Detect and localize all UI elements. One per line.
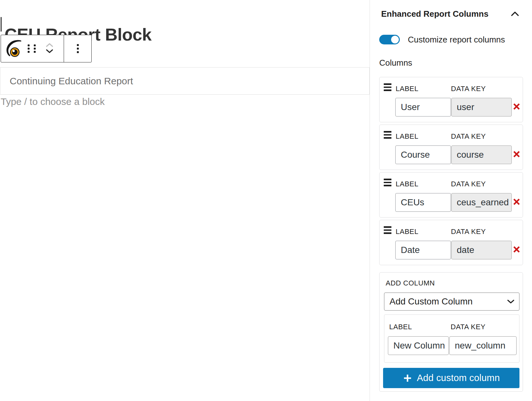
add-column-card: ADD COLUMN Add Custom Column LABEL DATA … xyxy=(379,272,523,392)
column-label-input[interactable] xyxy=(395,193,451,212)
close-icon xyxy=(512,245,521,255)
close-icon xyxy=(512,197,521,207)
chevron-down-icon xyxy=(507,299,515,304)
column-datakey-input xyxy=(451,98,512,117)
move-up-button[interactable] xyxy=(46,43,53,48)
remove-column-button[interactable] xyxy=(511,102,522,112)
block-appender[interactable]: Type / to choose a block xyxy=(1,96,105,107)
drag-handle[interactable] xyxy=(27,43,36,54)
remove-column-button[interactable] xyxy=(511,245,522,255)
block-editor: CEU Report Block xyxy=(0,0,532,401)
reorder-handle-icon[interactable] xyxy=(384,131,391,139)
block-toolbar-group xyxy=(1,35,64,62)
new-column-form: LABEL DATA KEY xyxy=(384,314,519,363)
add-column-heading: ADD COLUMN xyxy=(386,279,435,287)
new-column-label-input[interactable] xyxy=(388,336,449,355)
report-title-input[interactable] xyxy=(0,67,370,95)
label-column-header: LABEL xyxy=(389,323,412,331)
column-card: LABEL DATA KEY xyxy=(379,220,523,265)
block-toolbar-group xyxy=(64,35,91,62)
settings-sidebar: Enhanced Report Columns Customize report… xyxy=(370,0,532,401)
reorder-handle-icon[interactable] xyxy=(384,179,391,186)
customize-toggle[interactable] xyxy=(379,35,400,44)
remove-column-button[interactable] xyxy=(511,197,522,207)
drag-handle-icon xyxy=(28,44,36,53)
block-mover xyxy=(45,41,54,56)
column-label-input[interactable] xyxy=(395,98,451,117)
toggle-knob xyxy=(391,36,399,43)
columns-heading: Columns xyxy=(379,58,412,68)
add-custom-column-label: Add custom column xyxy=(417,373,500,383)
datakey-column-header: DATA KEY xyxy=(451,228,486,236)
column-card: LABEL DATA KEY xyxy=(379,77,523,122)
plus-icon xyxy=(403,373,412,383)
options-button[interactable] xyxy=(77,44,79,53)
toggle-label: Customize report columns xyxy=(408,35,505,44)
label-column-header: LABEL xyxy=(396,132,418,141)
owl-logo-icon xyxy=(5,39,22,58)
column-datakey-input xyxy=(451,241,512,259)
label-column-header: LABEL xyxy=(396,85,418,93)
label-column-header: LABEL xyxy=(396,228,418,236)
block-type-button[interactable] xyxy=(5,39,22,58)
reorder-handle-icon[interactable] xyxy=(384,83,391,91)
customize-toggle-row: Customize report columns xyxy=(379,35,505,44)
column-card: LABEL DATA KEY xyxy=(379,125,523,170)
remove-column-button[interactable] xyxy=(511,149,522,160)
label-column-header: LABEL xyxy=(396,180,418,188)
close-icon xyxy=(512,102,521,112)
text-cursor xyxy=(1,17,2,32)
ellipsis-icon xyxy=(77,44,79,53)
panel-header[interactable]: Enhanced Report Columns xyxy=(379,9,523,19)
new-column-datakey-input[interactable] xyxy=(449,336,517,355)
datakey-column-header: DATA KEY xyxy=(451,85,486,93)
block-toolbar xyxy=(1,35,92,62)
column-label-input[interactable] xyxy=(395,241,451,259)
datakey-column-header: DATA KEY xyxy=(451,132,486,141)
panel-title: Enhanced Report Columns xyxy=(381,9,489,19)
datakey-column-header: DATA KEY xyxy=(451,323,485,331)
chevron-down-icon xyxy=(46,49,53,54)
add-column-select[interactable]: Add Custom Column xyxy=(384,293,519,311)
column-label-input[interactable] xyxy=(395,145,451,164)
reorder-handle-icon[interactable] xyxy=(384,226,391,234)
column-card: LABEL DATA KEY xyxy=(379,172,523,218)
add-custom-column-button[interactable]: Add custom column xyxy=(383,368,519,388)
column-datakey-input xyxy=(451,193,512,212)
close-icon xyxy=(512,150,521,160)
chevron-up-icon xyxy=(510,11,520,17)
column-datakey-input xyxy=(451,145,512,164)
select-value: Add Custom Column xyxy=(390,296,472,307)
move-down-button[interactable] xyxy=(46,49,53,54)
chevron-up-icon xyxy=(46,43,53,48)
datakey-column-header: DATA KEY xyxy=(451,180,486,188)
